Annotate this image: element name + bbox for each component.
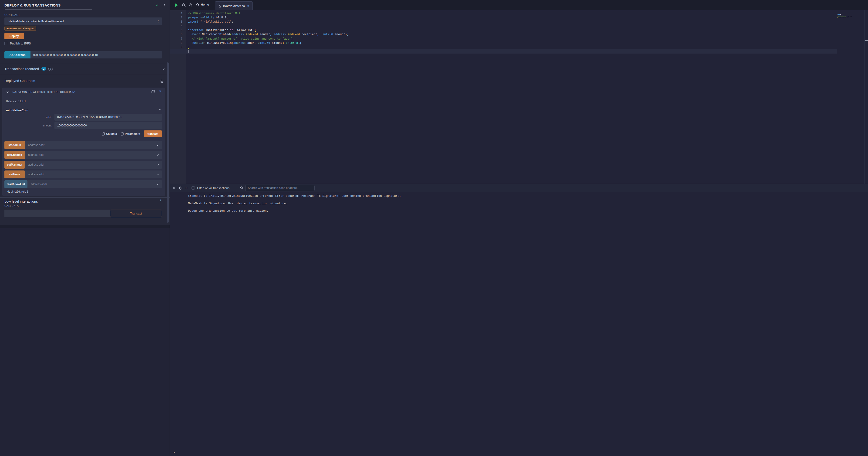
instance-close-icon[interactable]: × [159, 89, 161, 93]
setManager-button[interactable]: setManager [4, 161, 25, 169]
function-rows: setAdminaddress addrsetEnabledaddress ad… [4, 141, 162, 190]
editor-region: Home INativeMinter.sol × 12345678910 //S… [169, 0, 434, 228]
function-params: addr:amount: [2, 114, 162, 131]
instance-collapse-chevron-icon[interactable] [6, 91, 9, 94]
chevron-down-icon[interactable] [156, 153, 159, 156]
setManager-args-input[interactable]: address addr [25, 161, 162, 169]
tab-file-label: INativeMinter.sol [223, 4, 246, 8]
code-lines: //SPDX-License-Identifier: MITpragma sol… [170, 10, 434, 54]
param-label: addr: [2, 116, 55, 118]
title-underline [5, 9, 92, 10]
deployed-contracts-title: Deployed Contracts [4, 79, 35, 83]
function-row-setManager: setManageraddress addr [4, 161, 162, 169]
transactions-recorded-section: Transactions recorded 2 i [0, 63, 169, 74]
contract-select[interactable]: INativeMinter - contracts/INativeMinter.… [4, 18, 162, 25]
info-icon: i [160, 198, 161, 202]
code-line-1: //SPDX-License-Identifier: MIT [170, 11, 434, 16]
code-line-10 [170, 49, 434, 54]
code-line-3: import "./IAllowList.sol"; [170, 20, 434, 24]
publish-ipfs-label: Publish to IPFS [10, 42, 31, 45]
calldata-copy-button[interactable]: Calldata [102, 132, 117, 136]
code-line-7: // Mint [amount] number of native coins … [170, 37, 434, 41]
args-placeholder: address addr [28, 163, 44, 166]
terminal-log: transact to INativeMinter.mintNativeCoin… [170, 192, 434, 213]
args-placeholder: address addr [28, 173, 44, 176]
param-row: addr: [2, 114, 162, 121]
search-icon [240, 186, 243, 190]
text-cursor [188, 50, 188, 53]
deployed-instance-card: INATIVEMINTER AT 0X020...00001 (BLOCKCHA… [2, 88, 165, 196]
parameters-copy-button[interactable]: Parameters [121, 132, 140, 136]
solidity-icon [219, 4, 221, 8]
publish-ipfs-checkbox[interactable] [4, 42, 8, 45]
function-collapse-chevron-icon[interactable] [158, 108, 161, 111]
function-row-setNone: setNoneaddress addr [4, 170, 162, 178]
setEnabled-args-input[interactable]: address addr [25, 151, 162, 159]
panel-scrollbar[interactable] [167, 62, 169, 223]
chevron-down-icon[interactable] [156, 144, 159, 147]
panel-expand-chevron-icon[interactable] [163, 3, 166, 6]
tab-close-icon[interactable]: × [247, 4, 249, 8]
tab-home[interactable]: Home [196, 3, 209, 6]
copy-icon[interactable] [152, 90, 155, 93]
listen-all-checkbox[interactable] [191, 186, 195, 190]
tab-file[interactable]: INativeMinter.sol × [215, 1, 253, 10]
setAdmin-args-input[interactable]: address addr [25, 141, 162, 149]
code-line-8: function mintNativeCoin(address addr, ui… [170, 41, 434, 45]
terminal-header: 0 listen on all transactions [170, 184, 434, 192]
transactions-recorded-label: Transactions recorded [4, 67, 39, 71]
deploy-run-panel: DEPLOY & RUN TRANSACTIONS CONTRACT INati… [0, 0, 169, 228]
trash-icon[interactable] [160, 79, 163, 83]
panel-title: DEPLOY & RUN TRANSACTIONS [4, 3, 61, 7]
transact-button[interactable]: transact [144, 131, 162, 137]
deploy-button[interactable]: Deploy [4, 33, 24, 39]
run-script-icon[interactable] [175, 3, 178, 7]
chevron-down-icon[interactable] [156, 183, 159, 186]
transactions-expand-chevron-icon[interactable] [162, 67, 165, 70]
chevron-down-icon[interactable] [156, 163, 159, 166]
param-row: amount: [2, 122, 162, 129]
collapse-terminal-icon[interactable] [173, 187, 176, 190]
code-line-2: pragma solidity ^0.8.0; [170, 16, 434, 20]
at-address-button[interactable]: At Address [4, 51, 30, 58]
function-row-readAllowList: readAllowListaddress addr [4, 180, 162, 188]
readAllowList-button[interactable]: readAllowList [4, 180, 27, 188]
zoom-in-icon[interactable] [189, 3, 192, 7]
zoom-out-icon[interactable] [182, 3, 186, 7]
instance-balance: Balance: 0 ETH [6, 100, 26, 103]
info-icon: i [49, 66, 53, 71]
code-line-5: interface INativeMinter is IAllowList { [170, 28, 434, 32]
panel-bottom-strip [0, 225, 169, 228]
args-placeholder: address addr [31, 182, 47, 186]
param-input-amount[interactable] [55, 122, 162, 129]
pending-count: 0 [186, 186, 187, 190]
param-label: amount: [2, 124, 55, 127]
home-icon [196, 3, 199, 6]
calldata-label: CALLDATA [4, 204, 19, 207]
calldata-input[interactable] [4, 209, 110, 217]
setEnabled-button[interactable]: setEnabled [4, 151, 25, 159]
setNone-button[interactable]: setNone [4, 170, 25, 178]
readAllowList-args-input[interactable]: address addr [27, 180, 162, 188]
terminal-search-input[interactable] [245, 185, 315, 191]
code-line-4 [170, 24, 434, 28]
listen-all-label: listen on all transactions [197, 186, 229, 190]
code-line-9: } [170, 45, 434, 49]
param-input-addr[interactable] [55, 114, 162, 121]
transactions-count-badge: 2 [41, 67, 46, 70]
setNone-args-input[interactable]: address addr [25, 170, 162, 178]
code-editor[interactable]: 12345678910 //SPDX-License-Identifier: M… [170, 10, 434, 184]
args-placeholder: address addr [28, 153, 44, 156]
args-placeholder: address addr [28, 143, 44, 147]
at-address-input[interactable] [30, 51, 162, 58]
setAdmin-button[interactable]: setAdmin [4, 141, 25, 149]
clear-console-icon[interactable] [179, 186, 182, 190]
check-icon [155, 3, 159, 7]
terminal-line: transact to INativeMinter.mintNativeCoin… [188, 195, 434, 198]
open-function-name: mintNativeCoin [6, 109, 28, 112]
chevron-down-icon[interactable] [156, 173, 159, 176]
terminal-line: MetaMask Tx Signature: User denied trans… [188, 202, 434, 205]
terminal-body[interactable]: transact to INativeMinter.mintNativeCoin… [170, 192, 434, 228]
terminal: 0 listen on all transactions transact to… [170, 184, 434, 228]
low-level-transact-button[interactable]: Transact [110, 209, 162, 217]
